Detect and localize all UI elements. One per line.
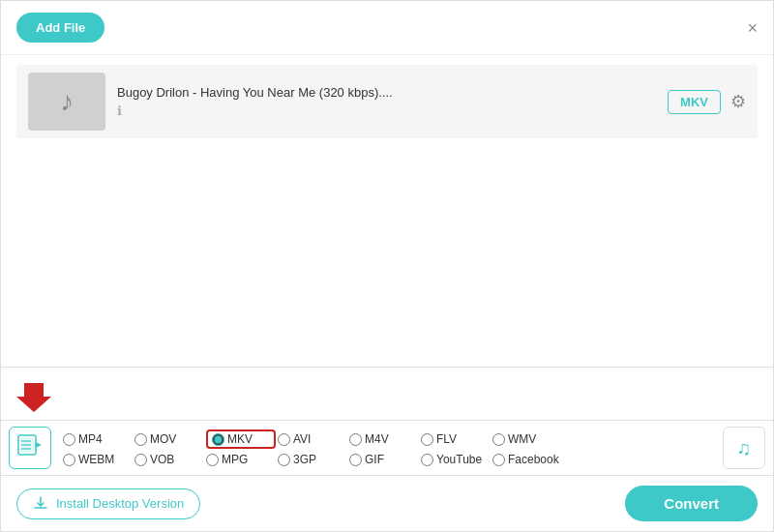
- file-list: ♪ Bugoy Drilon - Having You Near Me (320…: [1, 55, 773, 148]
- format-gif[interactable]: GIF: [349, 453, 419, 466]
- format-flv[interactable]: FLV: [421, 432, 491, 446]
- format-mpg[interactable]: MPG: [206, 453, 276, 466]
- format-avi[interactable]: AVI: [278, 432, 347, 446]
- video-icon: [17, 434, 43, 461]
- format-mp4[interactable]: MP4: [63, 432, 133, 446]
- install-button[interactable]: Install Desktop Version: [16, 488, 200, 519]
- top-bar: Add File ×: [1, 1, 773, 55]
- info-icon[interactable]: ℹ: [117, 103, 656, 118]
- format-3gp[interactable]: 3GP: [278, 453, 347, 466]
- format-wmv[interactable]: WMV: [492, 432, 562, 446]
- format-bar: MP4 MOV MKV AVI M4V FLV WM: [1, 420, 773, 476]
- audio-icon: ♫: [737, 437, 752, 459]
- format-row-2: WEBM VOB MPG 3GP GIF YouTube: [63, 453, 719, 466]
- format-mov[interactable]: MOV: [134, 432, 204, 446]
- format-badge[interactable]: MKV: [668, 90, 721, 114]
- settings-icon[interactable]: ⚙: [730, 91, 746, 112]
- music-icon: ♪: [60, 86, 74, 117]
- format-youtube[interactable]: YouTube: [421, 453, 491, 466]
- file-actions: MKV ⚙: [668, 90, 746, 114]
- svg-marker-3: [36, 442, 42, 448]
- format-m4v[interactable]: M4V: [349, 432, 419, 446]
- footer-bar: Install Desktop Version Convert: [1, 476, 773, 531]
- download-icon: [33, 496, 48, 512]
- arrow-area: [1, 368, 773, 420]
- install-label: Install Desktop Version: [56, 496, 184, 511]
- format-row-1: MP4 MOV MKV AVI M4V FLV WM: [63, 429, 719, 449]
- format-facebook[interactable]: Facebook: [492, 453, 562, 466]
- format-options: MP4 MOV MKV AVI M4V FLV WM: [63, 429, 719, 466]
- svg-marker-0: [16, 383, 51, 412]
- audio-type-button[interactable]: ♫: [723, 427, 765, 469]
- file-info: Bugoy Drilon - Having You Near Me (320 k…: [117, 85, 656, 118]
- file-item: ♪ Bugoy Drilon - Having You Near Me (320…: [16, 65, 758, 138]
- format-mkv[interactable]: MKV: [206, 429, 276, 449]
- file-name: Bugoy Drilon - Having You Near Me (320 k…: [117, 85, 656, 100]
- video-type-button[interactable]: [9, 427, 51, 469]
- format-vob[interactable]: VOB: [134, 453, 204, 466]
- bottom-section: MP4 MOV MKV AVI M4V FLV WM: [1, 367, 773, 531]
- convert-button[interactable]: Convert: [625, 486, 758, 521]
- file-thumbnail: ♪: [28, 73, 105, 131]
- down-arrow-icon: [16, 377, 51, 412]
- close-button[interactable]: ×: [747, 17, 758, 38]
- add-file-button[interactable]: Add File: [16, 13, 104, 43]
- format-webm[interactable]: WEBM: [63, 453, 133, 466]
- middle-area: [1, 148, 773, 361]
